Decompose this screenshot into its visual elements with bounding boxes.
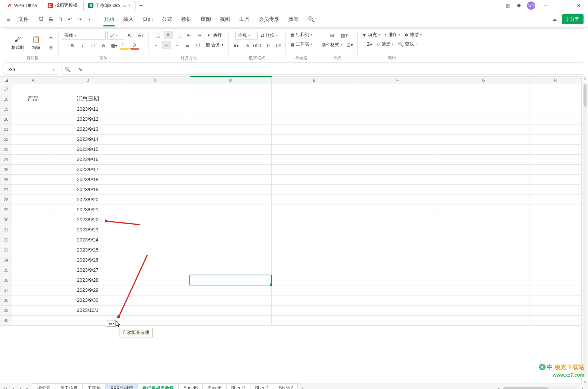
hscroll-track[interactable] [503,387,578,389]
cell[interactable] [271,94,357,104]
row-header[interactable]: 39 [0,305,12,315]
cell[interactable] [530,305,581,315]
cell[interactable] [271,164,357,174]
justify-button[interactable]: ≣ [183,41,192,49]
cell[interactable] [438,84,530,94]
row-header[interactable]: 36 [0,275,12,285]
fx-icon[interactable]: fx [74,67,87,72]
row-header[interactable]: 40 [0,315,12,325]
cell[interactable] [438,305,530,315]
strikethrough-button[interactable]: A [99,41,108,50]
font-family-select[interactable]: 等线▾ [62,31,106,40]
cell[interactable] [530,174,581,184]
bold-button[interactable]: B [68,41,77,50]
col-header-D[interactable]: D [190,76,271,84]
number-format-select[interactable]: 常规▾ [235,31,258,40]
cell[interactable] [121,255,190,265]
cell[interactable] [357,184,438,194]
format-painter-button[interactable]: 🖌格式刷 [9,35,26,50]
tab-insert[interactable]: 插入 [122,12,134,26]
cell[interactable] [190,134,271,144]
cell[interactable] [271,174,357,184]
cell[interactable]: 2023/9/26 [54,255,121,265]
cell[interactable] [357,84,438,94]
font-size-select[interactable]: 14▾ [107,31,124,40]
cell[interactable] [12,174,54,184]
align-right-button[interactable]: ≡ [172,41,181,49]
cell[interactable]: 2023/9/22 [54,215,121,225]
sheet-tab[interactable]: Sheet5 [179,383,202,389]
cell[interactable] [438,245,530,255]
qat-dropdown-icon[interactable]: ▾ [86,16,93,23]
cell[interactable] [357,134,438,144]
cell[interactable] [530,124,581,134]
row-header[interactable]: 30 [0,215,12,225]
share-button[interactable]: ⤴ 分享 [562,14,584,24]
cell[interactable] [357,275,438,285]
cell[interactable] [12,245,54,255]
tab-nav-next[interactable]: ▸ [17,385,24,389]
sheet-tab[interactable]: Sheet6 [202,383,226,389]
sheet-tab[interactable]: XXX公司销 [106,383,138,389]
cell[interactable] [271,144,357,154]
cell[interactable] [121,124,190,134]
cell[interactable] [121,265,190,275]
cut-button[interactable]: ✂ [47,34,55,42]
row-header[interactable]: 24 [0,154,12,164]
scroll-up-icon[interactable] [584,78,586,80]
cell[interactable] [190,124,271,134]
tab-view[interactable]: 视图 [219,12,231,26]
cell[interactable] [271,114,357,124]
sort-button[interactable]: ↕排序▾ [383,31,402,39]
cell[interactable] [530,315,581,325]
select-all-corner[interactable]: ◢ [0,76,12,84]
print-preview-icon[interactable]: 🗋 [57,16,64,23]
sheet-tab[interactable]: 田字格 [83,383,106,389]
app-menu-icon[interactable]: ≡ [4,15,12,24]
col-header-A[interactable]: A [12,76,54,84]
cell[interactable]: 2023/9/24 [54,235,121,245]
cell[interactable] [190,84,271,94]
cell[interactable] [121,194,190,205]
cell[interactable]: 2023/9/12 [54,114,121,124]
cell[interactable] [271,255,357,265]
col-header-C[interactable]: C [121,76,190,84]
cell[interactable] [438,104,530,114]
cell[interactable] [12,225,54,235]
cell[interactable] [121,305,190,315]
col-header-H[interactable]: H [530,76,581,84]
hscroll-left[interactable]: ◂ [495,385,502,389]
cell[interactable] [12,235,54,245]
cell[interactable] [190,174,271,184]
cell[interactable] [530,84,581,94]
percent-button[interactable]: % [242,41,251,50]
cell[interactable] [190,194,271,205]
col-header-E[interactable]: E [271,76,357,84]
cell[interactable] [530,134,581,144]
cell[interactable] [190,265,271,275]
cell[interactable] [190,305,271,315]
tab-review[interactable]: 审阅 [200,12,212,26]
filter-button[interactable]: ▽筛选▾ [375,40,395,48]
cell-styles-button[interactable]: ⊞ [326,31,338,39]
cell[interactable] [190,154,271,164]
cell[interactable] [271,245,357,255]
cell[interactable] [530,184,581,194]
align-center-button[interactable]: ≡ [162,41,171,49]
cell[interactable] [530,164,581,174]
cell[interactable] [121,174,190,184]
cell[interactable]: 2023/9/23 [54,225,121,235]
cell[interactable]: 2023/9/14 [54,134,121,144]
cell[interactable] [190,215,271,225]
cell[interactable] [530,154,581,164]
increase-decimal-button[interactable]: .00 [274,41,282,50]
cell[interactable] [530,235,581,245]
vertical-scrollbar[interactable] [581,76,588,383]
decrease-font-button[interactable]: A↓ [136,31,145,39]
sheet-tab[interactable]: 员工信息 [55,383,83,389]
cell[interactable] [271,84,357,94]
cell[interactable] [438,285,530,295]
sum-button[interactable]: Σ▾ [365,40,373,48]
cell[interactable] [530,205,581,215]
indent-decrease-button[interactable]: ⇤ [185,31,194,39]
